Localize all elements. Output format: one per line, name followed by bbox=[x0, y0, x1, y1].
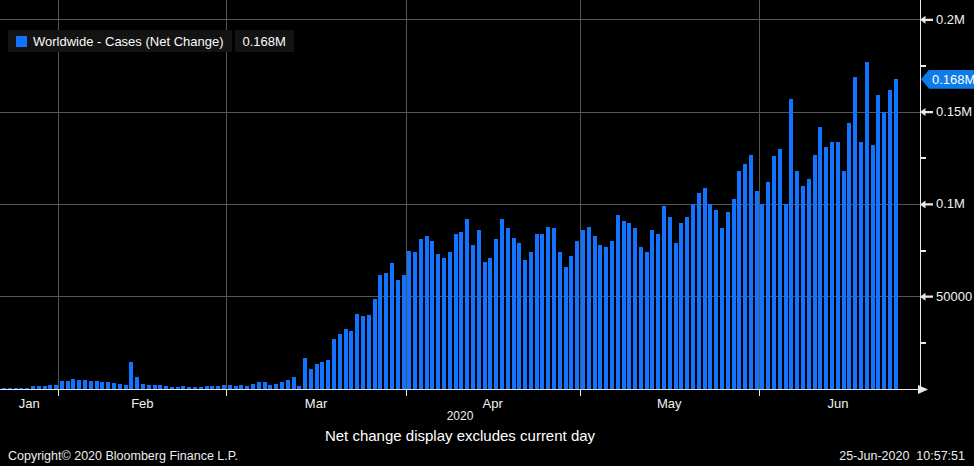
data-bar bbox=[494, 239, 498, 389]
legend-series-box[interactable]: Worldwide - Cases (Net Change) bbox=[8, 30, 232, 52]
x-axis-month-label: Apr bbox=[483, 396, 503, 411]
data-bar bbox=[500, 219, 504, 389]
data-bar bbox=[506, 228, 510, 389]
data-bar bbox=[569, 256, 573, 389]
data-bar bbox=[407, 251, 411, 389]
data-bar bbox=[610, 241, 614, 389]
data-bar bbox=[697, 193, 701, 389]
data-bar bbox=[685, 217, 689, 389]
data-bar bbox=[882, 112, 886, 389]
x-axis-month-label: Jan bbox=[19, 396, 40, 411]
data-bar bbox=[373, 299, 377, 389]
data-bar bbox=[512, 238, 516, 389]
data-bar bbox=[818, 127, 822, 389]
data-bar bbox=[789, 99, 793, 389]
data-bar bbox=[737, 171, 741, 389]
y-axis-tick-label: 0.1M bbox=[936, 197, 965, 211]
data-bar bbox=[378, 275, 382, 389]
data-bar bbox=[106, 382, 110, 389]
data-bar bbox=[326, 360, 330, 389]
chart-subtitle: Net change display excludes current day bbox=[325, 427, 595, 444]
data-bar bbox=[355, 314, 359, 389]
x-axis-tick bbox=[759, 390, 760, 396]
data-bar bbox=[77, 380, 81, 389]
legend-value-box[interactable]: 0.168M bbox=[235, 30, 294, 52]
y-axis-major-tick bbox=[920, 108, 933, 116]
data-bar bbox=[847, 123, 851, 389]
x-axis-month-label: May bbox=[657, 396, 682, 411]
data-bar bbox=[384, 273, 388, 389]
data-bar bbox=[598, 245, 602, 389]
data-bar bbox=[871, 145, 875, 389]
gridline-horizontal bbox=[0, 112, 920, 113]
y-axis-major-tick bbox=[920, 200, 933, 208]
y-axis-line bbox=[920, 0, 921, 390]
data-bar bbox=[732, 199, 736, 389]
chart-plot-area[interactable]: 0.2M0.15M0.1M50000JanFebMarAprMayJun bbox=[0, 0, 974, 466]
gridline-vertical bbox=[226, 0, 227, 389]
data-bar bbox=[714, 210, 718, 389]
data-bar bbox=[575, 241, 579, 389]
data-bar bbox=[66, 381, 70, 389]
data-bar bbox=[430, 241, 434, 389]
y-axis-major-tick bbox=[920, 293, 933, 301]
legend-series-value: 0.168M bbox=[243, 34, 286, 49]
data-bar bbox=[135, 377, 139, 389]
data-bar bbox=[419, 239, 423, 389]
legend-series-label: Worldwide - Cases (Net Change) bbox=[33, 34, 224, 49]
data-bar bbox=[749, 155, 753, 389]
data-bar bbox=[633, 228, 637, 389]
data-bar bbox=[639, 247, 643, 389]
data-bar bbox=[853, 77, 857, 389]
data-bar bbox=[766, 182, 770, 389]
data-bar bbox=[367, 315, 371, 389]
gridline-horizontal bbox=[0, 204, 920, 205]
data-bar bbox=[448, 252, 452, 389]
data-bar bbox=[349, 331, 353, 389]
data-bar bbox=[876, 95, 880, 389]
data-bar bbox=[668, 217, 672, 389]
data-bar bbox=[842, 171, 846, 389]
timestamp-text: 25-Jun-2020 10:57:51 bbox=[839, 449, 965, 463]
data-bar bbox=[679, 223, 683, 389]
data-bar bbox=[517, 243, 521, 389]
copyright-text: Copyright© 2020 Bloomberg Finance L.P. bbox=[8, 449, 238, 463]
data-bar bbox=[894, 79, 898, 389]
data-bar bbox=[813, 155, 817, 389]
data-bar bbox=[691, 204, 695, 389]
legend: Worldwide - Cases (Net Change) 0.168M bbox=[8, 30, 294, 52]
data-bar bbox=[60, 381, 64, 389]
y-axis-tick-label: 0.2M bbox=[936, 13, 965, 27]
data-bar bbox=[708, 204, 712, 389]
data-bar bbox=[755, 191, 759, 389]
data-bar bbox=[743, 164, 747, 389]
data-bar bbox=[807, 179, 811, 389]
data-bar bbox=[795, 171, 799, 389]
data-bar bbox=[89, 381, 93, 389]
data-bar bbox=[604, 247, 608, 389]
data-bar bbox=[413, 252, 417, 389]
data-bar bbox=[627, 223, 631, 389]
data-bar bbox=[830, 142, 834, 389]
x-axis-line bbox=[0, 389, 921, 390]
data-bar bbox=[425, 236, 429, 389]
data-bar bbox=[100, 382, 104, 389]
x-axis-tick bbox=[58, 390, 59, 396]
data-bar bbox=[83, 380, 87, 389]
data-bar bbox=[320, 362, 324, 389]
data-bar bbox=[760, 204, 764, 389]
data-bar bbox=[888, 90, 892, 389]
data-bar bbox=[645, 252, 649, 389]
data-bar bbox=[703, 188, 707, 389]
data-bar bbox=[824, 147, 828, 389]
data-bar bbox=[801, 186, 805, 389]
data-bar bbox=[459, 232, 463, 389]
data-bar bbox=[836, 142, 840, 389]
data-bar bbox=[772, 156, 776, 389]
x-axis-month-label: Feb bbox=[131, 396, 153, 411]
data-bar bbox=[303, 358, 307, 389]
data-bar bbox=[332, 339, 336, 389]
x-axis-tick bbox=[580, 390, 581, 396]
last-value-marker: 0.168M bbox=[921, 70, 974, 89]
x-axis-month-label: Mar bbox=[305, 396, 327, 411]
